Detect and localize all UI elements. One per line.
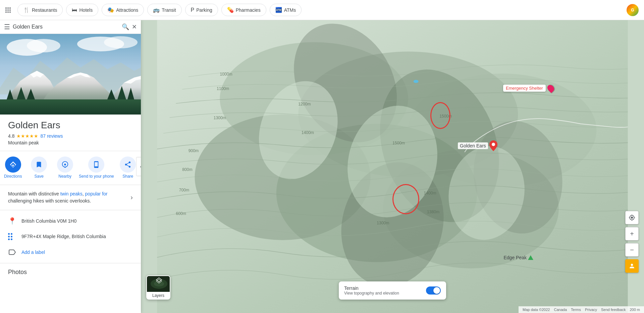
zoom-out-icon: − (630, 246, 634, 254)
emergency-shelter-marker: Emergency Shelter (503, 85, 554, 92)
plus-code-text: 9F7R+4X Maple Ridge, British Columbia (21, 234, 106, 239)
send-feedback-link[interactable]: Send feedback (601, 308, 626, 312)
zoom-out-button[interactable]: − (625, 243, 639, 257)
scale-label: 200 m (630, 308, 640, 312)
collapse-sidebar-button[interactable]: ‹ (136, 157, 141, 176)
country-label[interactable]: Canada (554, 308, 567, 312)
action-buttons: Directions Save Nearby (0, 151, 141, 185)
svg-text:1400m: 1400m (424, 191, 436, 195)
svg-text:1400m: 1400m (302, 130, 314, 135)
chevron-right-icon: › (130, 193, 133, 201)
svg-point-19 (64, 164, 66, 166)
pill-transit[interactable]: 🚌 Transit (147, 4, 181, 16)
golden-ears-marker: Golden Ears (458, 140, 497, 151)
pharmacies-icon: 💊 (227, 7, 234, 13)
svg-point-2 (27, 39, 60, 52)
terrain-map: 1000m 1100m 1200m 1300m 1400m 1500m 1500… (141, 20, 644, 313)
description-text: Mountain with distinctive twin peaks, po… (8, 190, 128, 205)
save-icon (35, 161, 43, 168)
pill-atms[interactable]: 🏧 ATMs (270, 4, 302, 16)
map-area[interactable]: 1000m 1100m 1200m 1300m 1400m 1500m 1500… (141, 20, 644, 313)
place-name: Golden Ears (8, 120, 133, 131)
place-rating: 4.8 ★★★★★ 87 reviews (8, 133, 133, 139)
pill-parking-label: Parking (196, 7, 212, 13)
nearby-icon-circle (57, 156, 73, 173)
pill-parking[interactable]: P Parking (185, 4, 218, 16)
gps-button[interactable] (625, 211, 639, 224)
summit-oval-upper (430, 102, 450, 129)
search-input[interactable] (13, 24, 119, 30)
address-row[interactable]: 📍 British Columbia V0M 1H0 (0, 213, 141, 229)
pill-restaurants-label: Restaurants (32, 7, 57, 13)
hotels-icon: 🛏 (72, 7, 77, 13)
reviews-link[interactable]: 87 reviews (40, 133, 63, 139)
sidebar: ☰ 🔍 ✕ (0, 20, 141, 313)
svg-rect-12 (0, 99, 141, 115)
shelter-label: Emergency Shelter (503, 85, 546, 92)
main-content: ☰ 🔍 ✕ (0, 20, 644, 313)
svg-point-4 (104, 36, 138, 48)
terms-link[interactable]: Terms (571, 308, 581, 312)
category-pills: 🍴 Restaurants 🛏 Hotels 🎭 Attractions 🚌 T… (17, 4, 623, 16)
photos-section: Photos (0, 263, 141, 278)
user-avatar[interactable]: G (627, 4, 639, 16)
svg-text:1200m: 1200m (298, 102, 311, 106)
layers-button[interactable]: Layers (146, 275, 170, 300)
summit-oval-lower (392, 184, 419, 214)
svg-text:900m: 900m (189, 148, 199, 153)
pegman-icon (629, 263, 635, 269)
toggle-knob (433, 287, 440, 294)
nearby-button[interactable]: Nearby (53, 156, 77, 179)
svg-text:700m: 700m (179, 188, 189, 192)
save-icon-circle (31, 156, 47, 173)
share-icon-circle (120, 156, 136, 173)
terrain-toggle-switch[interactable] (426, 286, 441, 295)
map-controls: + − (625, 211, 639, 273)
pill-pharmacies[interactable]: 💊 Pharmacies (221, 4, 266, 16)
terrain-subtitle: View topography and elevation (344, 291, 399, 296)
description-section[interactable]: Mountain with distinctive twin peaks, po… (0, 185, 141, 210)
add-label-row[interactable]: Add a label (0, 244, 141, 260)
terrain-toggle: Terrain View topography and elevation (339, 281, 446, 300)
main-location-pin (489, 140, 497, 151)
attractions-icon: 🎭 (107, 7, 114, 13)
pill-attractions-label: Attractions (116, 7, 138, 13)
photos-label: Photos (8, 269, 133, 276)
star-icons: ★★★★★ (16, 133, 38, 139)
directions-label: Directions (4, 174, 22, 179)
save-label: Save (34, 174, 43, 179)
pegman-button[interactable] (625, 259, 639, 273)
parking-icon: P (191, 7, 195, 13)
close-icon[interactable]: ✕ (132, 23, 137, 31)
edge-peak-label: Edge Peak (504, 255, 527, 260)
svg-text:600m: 600m (176, 211, 186, 216)
plus-code-icon (8, 233, 16, 240)
plus-code-row[interactable]: 9F7R+4X Maple Ridge, British Columbia (0, 229, 141, 244)
svg-text:1100m: 1100m (217, 86, 229, 91)
terrain-info: Terrain View topography and elevation (344, 285, 399, 296)
location-pin-icon: 📍 (8, 217, 16, 225)
menu-icon[interactable]: ☰ (4, 23, 10, 31)
svg-text:1500m: 1500m (392, 141, 405, 145)
pill-attractions[interactable]: 🎭 Attractions (102, 4, 144, 16)
send-phone-icon-circle (88, 156, 104, 173)
zoom-in-button[interactable]: + (625, 227, 639, 240)
svg-text:1000m: 1000m (220, 72, 232, 77)
apps-icon[interactable] (5, 7, 11, 13)
privacy-link[interactable]: Privacy (585, 308, 597, 312)
pill-hotels-label: Hotels (79, 7, 93, 13)
edge-peak-marker: Edge Peak (504, 255, 534, 260)
top-bar: 🍴 Restaurants 🛏 Hotels 🎭 Attractions 🚌 T… (0, 0, 644, 20)
send-phone-button[interactable]: Send to your phone (79, 156, 114, 179)
nearby-label: Nearby (58, 174, 71, 179)
directions-button[interactable]: Directions (1, 156, 25, 179)
pill-hotels[interactable]: 🛏 Hotels (66, 4, 98, 16)
search-icon[interactable]: 🔍 (122, 23, 129, 31)
layers-thumbnail (147, 276, 170, 292)
svg-text:1380m: 1380m (427, 210, 439, 214)
share-icon (124, 161, 131, 168)
pill-pharmacies-label: Pharmacies (236, 7, 261, 13)
save-button[interactable]: Save (27, 156, 51, 179)
pill-restaurants[interactable]: 🍴 Restaurants (17, 4, 63, 16)
map-attribution: Map data ©2022 Canada Terms Privacy Send… (519, 306, 644, 313)
